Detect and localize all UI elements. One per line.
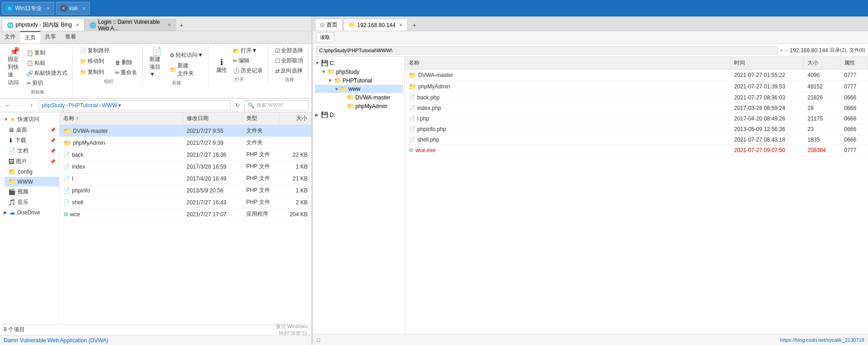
ribbon-cut-button[interactable]: ✂ 剪切 <box>24 78 70 88</box>
sidebar-item-desktop[interactable]: 🖥 桌面 📌 <box>5 125 59 135</box>
table-row[interactable]: 📁phpMyAdmin 2021/7/27 9:39 文件夹 <box>60 137 311 149</box>
ftp-read-button[interactable]: 读取 <box>316 33 334 42</box>
taskbar-item-kali[interactable]: K kali ✕ <box>56 2 90 15</box>
tree-expand-phptutorial: ▼ <box>328 78 332 83</box>
taskbar-item-win11[interactable]: ⊞ Win11专业 ✕ <box>2 2 54 15</box>
ribbon-properties-button[interactable]: ℹ 属性 <box>213 57 230 76</box>
taskbar-win11-close[interactable]: ✕ <box>46 6 50 11</box>
ftp-address-bar: C:\phpStudy\PHPTutorial\WWW\ + − 192.168… <box>313 44 868 57</box>
tree-item-phpmyadmin[interactable]: 📁 phpMyAdmin <box>315 102 403 110</box>
ftp-file-time: 2021-07-27 08:43:18 <box>730 136 804 143</box>
list-item[interactable]: 📄l.php 2017-04-20 08:49:26 21175 0666 <box>405 114 868 124</box>
tree-item-d[interactable]: ▶ 💾 D: <box>315 110 403 119</box>
file-date: 2021/7/27 9:55 <box>183 127 243 135</box>
ribbon-paste-shortcut-button[interactable]: 🔗 粘贴快捷方式 <box>24 68 70 78</box>
ribbon-move-button[interactable]: 📁 移动到 <box>77 56 112 66</box>
sidebar-item-www[interactable]: 📁 WWW <box>5 177 59 186</box>
list-item[interactable]: 📄shell.php 2021-07-27 08:43:18 1835 0666 <box>405 135 868 145</box>
browser-tab-dvwa-close[interactable]: ✕ <box>167 22 171 27</box>
cut-icon: ✂ <box>27 80 31 87</box>
taskbar-kali-close[interactable]: ✕ <box>82 6 86 11</box>
table-row[interactable]: 📄phpinfo 2013/5/9 20:56 PHP 文件 1 KB <box>60 185 311 197</box>
sidebar-item-music[interactable]: 🎵 音乐 <box>5 197 59 208</box>
ribbon-edit-button[interactable]: ✏ 编辑 <box>231 56 265 66</box>
ribbon-tab-view[interactable]: 查看 <box>61 31 81 44</box>
forward-button[interactable]: → <box>15 100 25 110</box>
search-box[interactable]: 🔍 搜索"WWW" <box>244 100 309 110</box>
address-breadcrumb-www[interactable]: WWW <box>102 102 117 109</box>
browser-new-tab-button[interactable]: + <box>176 20 187 31</box>
col-header-date[interactable]: 修改日期 <box>183 113 243 124</box>
ribbon-copy-button[interactable]: 📋 复制 <box>24 48 70 58</box>
pin-icon: 📌 <box>10 47 20 55</box>
tree-item-phpstudy[interactable]: ▼ 📁 phpStudy <box>315 67 403 76</box>
up-button[interactable]: ↑ <box>27 100 37 110</box>
address-breadcrumb-phpstudy[interactable]: phpStudy <box>42 102 65 109</box>
list-item[interactable]: 📁DVWA-master 2021-07-27 01:55:22 4096 07… <box>405 70 868 81</box>
ribbon-invert-select-button[interactable]: ⇄ 反向选择 <box>273 66 305 76</box>
browser-tab-phpstudy-close[interactable]: ✕ <box>76 22 79 27</box>
ribbon-pin-button[interactable]: 📌 固定到快速访问 <box>6 46 23 88</box>
ribbon-rename-button[interactable]: ✏ 重命名 <box>113 68 139 77</box>
table-row[interactable]: 📄back 2021/7/27 16:36 PHP 文件 22 KB <box>60 149 311 161</box>
ftp-col-header-name[interactable]: 名称 <box>405 58 730 68</box>
sidebar-item-downloads[interactable]: ⬇ 下载 📌 <box>5 135 59 146</box>
back-button[interactable]: ← <box>3 100 13 110</box>
ftp-path-display[interactable]: C:\phpStudy\PHPTutorial\WWW\ <box>316 46 778 55</box>
ribbon-new-folder-button[interactable]: 📁 新建文件夹 <box>167 60 205 79</box>
ftp-tab-connection-close[interactable]: ✕ <box>399 22 403 27</box>
ribbon-new-item-button[interactable]: 📄 新建项目▼ <box>147 46 166 79</box>
ribbon-tab-home[interactable]: 主页 <box>20 31 40 44</box>
ribbon-paste-button[interactable]: 📋 粘贴 <box>24 58 70 68</box>
list-item[interactable]: 📄index.php 2017-03-28 08:59:24 28 0666 <box>405 103 868 114</box>
tree-item-c[interactable]: ▼ 💾 C: <box>315 59 403 67</box>
ftp-tab-connection[interactable]: 📁 192.168.80.144 ✕ <box>343 19 408 31</box>
ribbon-open-button[interactable]: 📂 打开▼ <box>231 46 265 55</box>
tree-item-www[interactable]: ▼ 📁 www <box>315 85 403 93</box>
sidebar-item-video[interactable]: 🎬 视频 <box>5 186 59 197</box>
tree-item-phptutorial[interactable]: ▼ 📁 PHPTutorial <box>315 76 403 85</box>
col-header-type[interactable]: 类型 <box>243 113 279 124</box>
list-item[interactable]: 📁phpMyAdmin 2021-07-27 01:39:53 49152 07… <box>405 81 868 93</box>
address-breadcrumb-phptutorial[interactable]: PHPTutorial <box>69 102 98 109</box>
browser-tab-dvwa[interactable]: 🌐 Login :: Damn Vulnerable Web A... ✕ <box>84 19 176 31</box>
file-type: 文件夹 <box>243 138 279 147</box>
ribbon-tab-file[interactable]: 文件 <box>0 31 20 44</box>
table-row[interactable]: 📄shell 2021/7/27 16:43 PHP 文件 2 KB <box>60 197 311 208</box>
ribbon-tab-share[interactable]: 共享 <box>40 31 61 44</box>
col-header-name[interactable]: 名称 ↑ <box>60 113 183 124</box>
ftp-php-icon: 📄 <box>409 105 415 111</box>
ftp-col-header-time[interactable]: 时间 <box>730 58 804 68</box>
sidebar-item-pictures[interactable]: 🖼 图片 📌 <box>5 156 59 167</box>
ftp-col-header-perm[interactable]: 属性 <box>840 58 868 68</box>
list-item[interactable]: ⚙wce.exe 2021-07-27 09:07:50 208384 0777 <box>405 145 868 156</box>
sidebar-item-documents[interactable]: 📄 文档 📌 <box>5 146 59 156</box>
ribbon-delete-button[interactable]: 🗑 删除 <box>113 58 139 67</box>
list-item[interactable]: 📄back.php 2021-07-27 08:36:03 21826 0666 <box>405 93 868 103</box>
ribbon-deselect-all-button[interactable]: ☐ 全部取消 <box>273 56 305 66</box>
address-path[interactable]: phpStudy › PHPTutorial › WWW ▾ <box>39 100 231 110</box>
table-row[interactable]: 📄index 2017/3/28 16:59 PHP 文件 1 KB <box>60 161 311 173</box>
ftp-col-header-size[interactable]: 大小 <box>804 58 840 68</box>
ribbon-copy-path-button[interactable]: 📄 复制路径 <box>77 46 112 55</box>
table-row[interactable]: 📄l 2017/4/20 16:49 PHP 文件 21 KB <box>60 173 311 185</box>
ribbon-history-button[interactable]: 🕐 历史记录 <box>231 66 265 76</box>
sidebar-item-onedrive[interactable]: ▶ ☁ OneDrive <box>0 208 59 217</box>
ftp-tab-home[interactable]: ⊞ 首页 <box>315 19 343 31</box>
tree-dvwa-label: DVWA-master <box>355 94 390 101</box>
table-row[interactable]: ⚙wce 2021/7/27 17:07 应用程序 204 KB <box>60 208 311 220</box>
ftp-new-tab-button[interactable]: + <box>409 20 420 31</box>
ribbon-copyto-button[interactable]: 📁 复制到 <box>77 67 112 77</box>
tree-expand-d: ▶ <box>315 112 320 117</box>
ribbon-tabs-row: 文件 主页 共享 查看 <box>0 31 311 44</box>
refresh-button[interactable]: ↻ <box>232 100 243 110</box>
sidebar-item-quick-access[interactable]: ▼ ★ 快速访问 <box>0 114 59 125</box>
table-row[interactable]: 📁DVWA-master 2021/7/27 9:55 文件夹 <box>60 125 311 137</box>
tree-item-dvwa[interactable]: 📁 DVWA-master <box>315 93 403 102</box>
list-item[interactable]: 📄phpinfo.php 2013-05-09 12:56:36 23 0666 <box>405 124 868 135</box>
sidebar-item-config[interactable]: 📁 config <box>5 167 59 177</box>
col-header-size[interactable]: 大小 <box>279 113 311 124</box>
ribbon-select-all-button[interactable]: ☑ 全部选择 <box>273 46 305 55</box>
browser-tab-phpstudy[interactable]: 🌐 phpstudy - 国内版 Bing ✕ <box>2 19 84 31</box>
ribbon-easy-access-button[interactable]: ⚙ 轻松访问▼ <box>167 50 205 60</box>
